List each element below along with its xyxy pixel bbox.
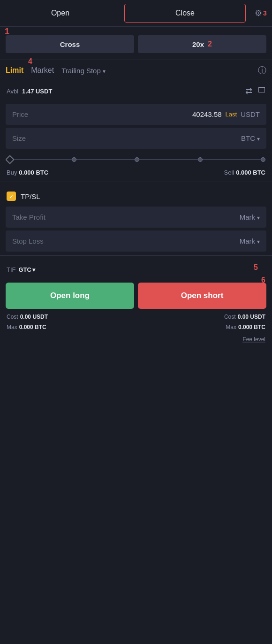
slider-handle[interactable] xyxy=(5,155,15,164)
action-row: 6 Open long Open short xyxy=(0,277,272,312)
buy-label: Buy xyxy=(7,169,17,176)
divider-1 xyxy=(0,60,272,60)
long-cost-item: Cost 0.00 USDT xyxy=(7,314,48,320)
slider-container xyxy=(0,152,272,164)
tif-row: TIF GTC 5 xyxy=(0,260,272,277)
badge-5: 5 xyxy=(254,263,258,272)
price-label: Price xyxy=(12,110,28,118)
badge-6: 6 xyxy=(261,276,265,284)
tpsl-row: ✓ TP/SL xyxy=(0,186,272,204)
long-cost-value: 0.00 USDT xyxy=(20,314,48,320)
buy-label-group: Buy 0.000 BTC xyxy=(7,169,48,176)
sell-value: 0.000 BTC xyxy=(236,169,265,176)
stop-loss-price-type[interactable]: Mark xyxy=(240,237,260,245)
avbl-value: 1.47 USDT xyxy=(22,88,52,95)
long-max-item: Max 0.000 BTC xyxy=(7,324,46,330)
divider-3 xyxy=(0,255,272,256)
max-row: Max 0.000 BTC Max 0.000 BTC xyxy=(0,322,272,332)
tif-label: TIF xyxy=(7,266,16,273)
margin-row: 1 Cross 20x 2 xyxy=(0,31,272,58)
short-max-value: 0.000 BTC xyxy=(238,324,265,330)
swap-icon[interactable]: ⇄ xyxy=(245,86,252,96)
take-profit-chevron xyxy=(257,213,260,221)
tpsl-checkbox[interactable]: ✓ xyxy=(7,192,16,201)
calculator-icon[interactable]: 🗖 xyxy=(258,86,265,96)
take-profit-price-type-value: Mark xyxy=(240,213,255,221)
trailing-stop-chevron xyxy=(103,67,106,75)
slider-labels: Buy 0.000 BTC Sell 0.000 BTC xyxy=(0,164,272,178)
open-long-button[interactable]: Open long xyxy=(6,283,134,309)
leverage-value: 20x xyxy=(192,40,204,48)
tif-value: GTC xyxy=(19,266,31,273)
order-type-trailing-stop[interactable]: Trailing Stop xyxy=(61,67,106,75)
slider-dot-100[interactable] xyxy=(261,157,265,162)
price-value: 40243.58 xyxy=(192,110,222,118)
tab-bar: Open Close ⚙ 3 xyxy=(0,0,272,27)
take-profit-price-type[interactable]: Mark xyxy=(240,213,260,221)
settings-icon-glyph: ⚙ xyxy=(255,8,262,18)
open-short-button[interactable]: Open short xyxy=(138,283,266,309)
price-value-group: 40243.58 Last USDT xyxy=(192,110,260,118)
sell-label-group: Sell 0.000 BTC xyxy=(224,169,265,176)
fee-level-row: Fee level xyxy=(0,332,272,350)
long-max-label: Max xyxy=(7,324,17,330)
order-type-limit[interactable]: Limit xyxy=(6,66,23,75)
long-max-value: 0.000 BTC xyxy=(19,324,46,330)
short-max-item: Max 0.000 BTC xyxy=(226,324,265,330)
badge-4: 4 xyxy=(28,57,32,66)
order-type-market[interactable]: Market xyxy=(31,66,54,75)
short-cost-value: 0.00 USDT xyxy=(238,314,265,320)
price-field[interactable]: Price 40243.58 Last USDT xyxy=(6,104,266,125)
avbl-label: Avbl xyxy=(7,88,18,95)
take-profit-field[interactable]: Take Profit Mark xyxy=(6,207,266,228)
sell-label: Sell xyxy=(224,169,234,176)
leverage-button[interactable]: 20x 2 xyxy=(138,35,266,53)
cross-margin-button[interactable]: Cross xyxy=(6,35,134,53)
size-currency-value: BTC xyxy=(241,134,255,142)
short-max-label: Max xyxy=(226,324,236,330)
divider-2 xyxy=(0,182,272,182)
order-type-row: 4 Limit Market Trailing Stop ⓘ xyxy=(0,62,272,81)
slider-dots xyxy=(7,156,265,163)
price-currency: USDT xyxy=(241,110,260,118)
tpsl-label: TP/SL xyxy=(21,192,40,200)
info-icon[interactable]: ⓘ xyxy=(258,65,266,76)
stop-loss-chevron xyxy=(257,237,260,245)
tif-chevron xyxy=(32,266,35,273)
take-profit-label: Take Profit xyxy=(12,213,45,221)
size-label: Size xyxy=(12,134,26,142)
badge-3: 3 xyxy=(263,9,267,17)
check-icon: ✓ xyxy=(9,193,14,200)
tab-close[interactable]: Close xyxy=(124,4,246,23)
stop-loss-label: Stop Loss xyxy=(12,237,44,245)
slider-dot-50[interactable] xyxy=(135,157,139,162)
badge-1: 1 xyxy=(5,27,9,37)
size-dropdown-chevron xyxy=(257,134,260,142)
size-field[interactable]: Size BTC xyxy=(6,128,266,149)
tif-dropdown[interactable]: GTC xyxy=(19,266,35,273)
buy-value: 0.000 BTC xyxy=(19,169,48,176)
short-cost-item: Cost 0.00 USDT xyxy=(224,314,265,320)
price-last-label: Last xyxy=(226,111,237,118)
stop-loss-price-type-value: Mark xyxy=(240,237,255,245)
tab-open[interactable]: Open xyxy=(0,2,121,24)
size-currency-dropdown[interactable]: BTC xyxy=(241,134,260,142)
slider-dot-25[interactable] xyxy=(72,157,76,162)
avbl-icons: ⇄ 🗖 xyxy=(245,86,265,96)
slider-track xyxy=(7,159,265,160)
slider-dot-75[interactable] xyxy=(198,157,203,162)
fee-level-link[interactable]: Fee level xyxy=(242,336,265,343)
stop-loss-field[interactable]: Stop Loss Mark xyxy=(6,230,266,252)
available-row: Avbl 1.47 USDT ⇄ 🗖 xyxy=(0,81,272,101)
badge-2: 2 xyxy=(208,40,212,48)
short-cost-label: Cost xyxy=(224,314,236,320)
settings-icon[interactable]: ⚙ 3 xyxy=(249,1,272,25)
trailing-stop-label: Trailing Stop xyxy=(61,67,101,75)
cost-row: Cost 0.00 USDT Cost 0.00 USDT xyxy=(0,312,272,322)
long-cost-label: Cost xyxy=(7,314,18,320)
